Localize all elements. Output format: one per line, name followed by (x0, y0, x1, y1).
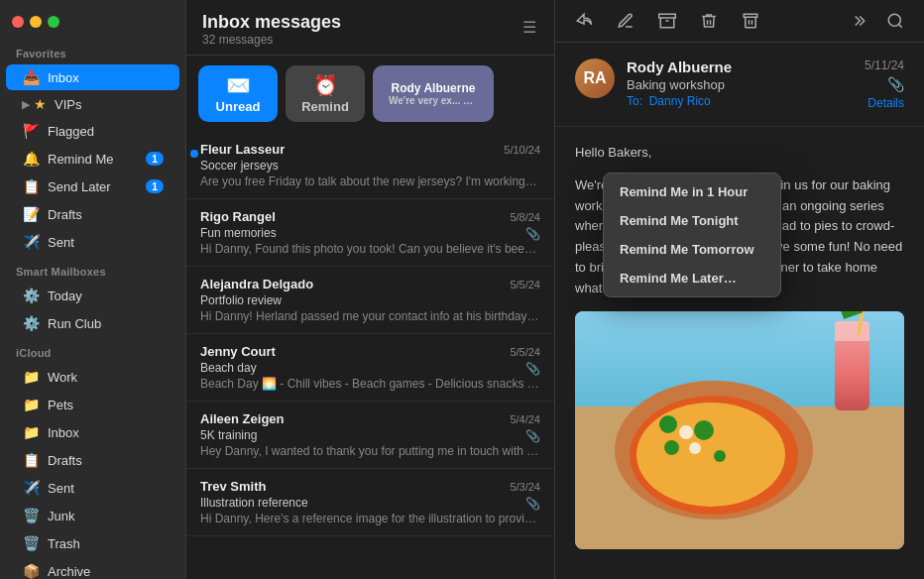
table-row[interactable]: Fleur Lasseur 5/10/24 Soccer jerseys Are… (186, 132, 554, 199)
message-preview: Hi Danny, Found this photo you took! Can… (200, 242, 540, 256)
dropdown-item-tomorrow[interactable]: Remind Me Tomorrow (604, 235, 780, 264)
junk-toolbar-button[interactable] (738, 10, 763, 32)
message-count: 32 messages (202, 33, 341, 47)
reply-button[interactable] (571, 10, 597, 32)
table-row[interactable]: Rigo Rangel 5/8/24 Fun memories Hi Danny… (186, 199, 554, 267)
rody-name: Rody Albuerne (392, 81, 476, 95)
sidebar-item-label: Send Later (48, 179, 111, 194)
sidebar-item-icloud-inbox[interactable]: 📁 Inbox (6, 419, 179, 445)
message-subject: Portfolio review (200, 293, 540, 307)
sidebar: Favorites 📥 Inbox ▶ ★ VIPs 🚩 Flagged 🔔 R… (0, 0, 186, 579)
maximize-button[interactable] (48, 16, 59, 28)
email-attachment-icon: 📎 (887, 76, 904, 92)
message-preview: Hi Danny, Here's a reference image for t… (200, 512, 540, 525)
tab-rody[interactable]: Rody Albuerne We're very ex... hop this … (373, 65, 494, 122)
dropdown-item-later[interactable]: Remind Me Later… (604, 264, 780, 292)
sidebar-item-label: Drafts (48, 453, 82, 468)
remind-dropdown: Remind Me in 1 Hour Remind Me Tonight Re… (603, 173, 781, 297)
sidebar-item-label: Inbox (48, 425, 79, 440)
message-sender: Rigo Rangel (200, 209, 276, 224)
email-subject: Baking workshop (627, 77, 853, 92)
compose-button[interactable] (613, 10, 638, 32)
message-subject: Beach day (200, 361, 540, 375)
sidebar-item-inbox[interactable]: 📥 Inbox (6, 64, 179, 90)
filter-tabs: ✉️ Unread ⏰ Remind Remind Me in 1 Hour R… (186, 56, 554, 132)
archive-toolbar-button[interactable] (654, 10, 680, 32)
dropdown-item-1hour[interactable]: Remind Me in 1 Hour (604, 177, 780, 206)
minimize-button[interactable] (30, 16, 42, 28)
table-row[interactable]: Aileen Zeigen 5/4/24 5K training Hey Dan… (186, 402, 554, 469)
sidebar-item-label: Sent (48, 481, 74, 496)
details-link[interactable]: Details (867, 96, 904, 110)
email-from-name: Rody Albuerne (627, 58, 853, 75)
messages-list: Fleur Lasseur 5/10/24 Soccer jerseys Are… (186, 132, 554, 579)
sidebar-item-pets[interactable]: 📁 Pets (6, 392, 179, 417)
sidebar-item-icloud-drafts[interactable]: 📋 Drafts (6, 447, 179, 473)
trash-sidebar-icon: 🗑️ (22, 534, 40, 552)
dropdown-item-tonight[interactable]: Remind Me Tonight (604, 206, 780, 235)
attachment-icon: 📎 (525, 429, 540, 443)
email-greeting: Hello Bakers, (575, 143, 904, 164)
message-preview: Hi Danny! Herland passed me your contact… (200, 309, 540, 323)
today-icon: ⚙️ (22, 287, 40, 304)
archive-sidebar-icon: 📦 (22, 562, 40, 579)
sidebar-item-today[interactable]: ⚙️ Today (6, 283, 179, 308)
inbox-icon: 📥 (22, 68, 40, 86)
email-meta: Rody Albuerne Baking workshop To: Danny … (627, 58, 853, 108)
sidebar-item-vips[interactable]: ▶ ★ VIPs (6, 92, 179, 116)
to-label: To: (627, 94, 642, 108)
table-row[interactable]: Jenny Court 5/5/24 Beach day Beach Day 🌅… (186, 334, 554, 402)
sidebar-item-flagged[interactable]: 🚩 Flagged (6, 118, 179, 144)
sidebar-item-sent[interactable]: ✈️ Sent (6, 229, 179, 255)
email-image (575, 311, 904, 549)
table-row[interactable]: Trev Smith 5/3/24 Illustration reference… (186, 469, 554, 536)
message-preview: Hey Danny, I wanted to thank you for put… (200, 444, 540, 458)
search-toolbar-button[interactable] (882, 10, 908, 32)
icloud-sent-icon: ✈️ (22, 479, 40, 497)
sidebar-item-label: Work (48, 370, 77, 385)
attachment-icon: 📎 (525, 362, 540, 376)
unread-indicator (190, 150, 198, 158)
email-date: 5/11/24 (865, 58, 904, 72)
vip-label: VIPs (55, 97, 81, 112)
expand-icon: ▶ (22, 98, 30, 111)
remind-me-badge: 1 (146, 152, 164, 166)
send-later-icon: 📋 (22, 177, 40, 195)
sidebar-item-archive[interactable]: 📦 Archive (6, 558, 179, 579)
email-header: RA Rody Albuerne Baking workshop To: Dan… (555, 43, 924, 127)
message-date: 5/5/24 (510, 346, 540, 358)
message-sender: Alejandra Delgado (200, 277, 313, 291)
smart-mailboxes-label: Smart Mailboxes (0, 256, 185, 282)
message-subject: Soccer jerseys (200, 159, 540, 173)
sidebar-item-label: Inbox (48, 70, 79, 85)
table-row[interactable]: Alejandra Delgado 5/5/24 Portfolio revie… (186, 267, 554, 334)
sidebar-item-work[interactable]: 📁 Work (6, 364, 179, 390)
run-club-icon: ⚙️ (22, 314, 40, 332)
tab-remind[interactable]: ⏰ Remind Remind Me in 1 Hour Remind Me T… (286, 65, 365, 122)
more-toolbar-button[interactable] (845, 10, 870, 32)
trash-toolbar-button[interactable] (696, 10, 722, 32)
rody-preview: We're very ex... hop this Satur... (389, 95, 478, 106)
close-button[interactable] (12, 16, 24, 28)
sidebar-item-run-club[interactable]: ⚙️ Run Club (6, 310, 179, 336)
tab-unread[interactable]: ✉️ Unread (198, 65, 278, 122)
sidebar-item-trash[interactable]: 🗑️ Trash (6, 530, 179, 556)
sent-icon: ✈️ (22, 233, 40, 251)
junk-icon: 🗑️ (22, 507, 40, 524)
message-sender: Aileen Zeigen (200, 411, 285, 426)
sidebar-item-icloud-sent[interactable]: ✈️ Sent (6, 475, 179, 501)
icloud-drafts-icon: 📋 (22, 451, 40, 469)
sidebar-item-drafts[interactable]: 📝 Drafts (6, 201, 179, 227)
to-name[interactable]: Danny Rico (649, 94, 711, 108)
sidebar-item-send-later[interactable]: 📋 Send Later 1 (6, 174, 179, 199)
filter-button[interactable]: ☰ (520, 16, 538, 39)
sidebar-item-label: Run Club (48, 316, 101, 331)
sidebar-item-label: Flagged (48, 124, 94, 139)
message-sender: Fleur Lasseur (200, 142, 285, 157)
svg-line-5 (898, 24, 901, 27)
sidebar-item-remind-me[interactable]: 🔔 Remind Me 1 (6, 146, 179, 172)
sidebar-item-label: Junk (48, 509, 74, 523)
sidebar-item-label: Drafts (48, 207, 82, 222)
message-sender: Jenny Court (200, 344, 276, 359)
sidebar-item-junk[interactable]: 🗑️ Junk (6, 503, 179, 528)
